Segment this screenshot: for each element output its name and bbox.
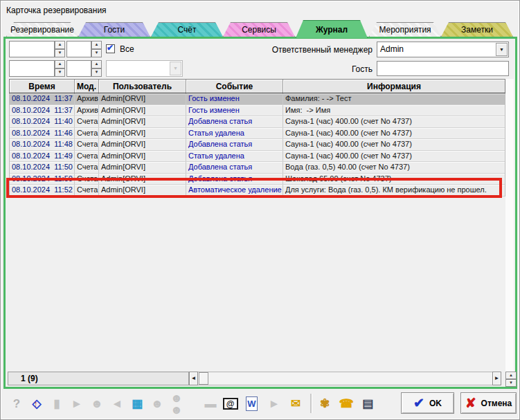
spin-up-icon[interactable]: ▲ — [55, 41, 65, 49]
column-header[interactable]: Время — [10, 80, 75, 93]
all-checkbox-label: Все — [120, 44, 134, 54]
cell-time: 08.10.2024 11:49 — [10, 151, 75, 162]
column-header[interactable]: Информация — [283, 80, 505, 93]
toolbar-separator — [310, 394, 312, 413]
cell-time: 08.10.2024 11:37 — [10, 93, 75, 104]
all-checkbox[interactable]: ✔ — [106, 44, 115, 53]
cell-mod: Счета — [75, 162, 99, 173]
spin-up-icon[interactable]: ▲ — [91, 60, 102, 69]
cell-event: Статья удалена — [186, 128, 283, 139]
cell-time: 08.10.2024 11:50 — [10, 174, 75, 185]
telephone-button[interactable]: ☎ — [335, 392, 355, 415]
spin-down-icon[interactable]: ▼ — [55, 49, 65, 57]
tab-journal[interactable]: Журнал — [296, 20, 368, 38]
help-button: ? — [6, 392, 26, 415]
filter-spin-field[interactable] — [9, 41, 55, 57]
checkin-arrow-button[interactable]: ◇↑ — [26, 392, 46, 415]
table-row[interactable]: 08.10.2024 11:50СчетаAdmin[ORVI]Добавлен… — [10, 162, 505, 174]
column-header[interactable]: Событие — [186, 80, 283, 93]
table-row[interactable]: 08.10.2024 11:50СчетаAdmin[ORVI]Добавлен… — [10, 174, 505, 185]
cancel-label: Отмена — [481, 399, 512, 408]
tab-guests[interactable]: Гости — [78, 22, 150, 37]
manager-select[interactable]: Admin ▼ — [377, 42, 509, 57]
cell-user: Admin[ORVI] — [99, 105, 186, 116]
spin-down-icon[interactable]: ▼ — [55, 69, 65, 77]
spinner-buttons[interactable]: ▲▼ — [55, 60, 65, 77]
cancel-button[interactable]: ✘ Отмена — [460, 392, 517, 414]
table-row[interactable]: 08.10.2024 11:49СчетаAdmin[ORVI]Статья у… — [10, 151, 505, 163]
guest-icon: ☻ — [91, 398, 101, 410]
calculator-button[interactable]: ▦ — [126, 392, 146, 415]
column-header[interactable]: Пользователь — [99, 80, 186, 93]
cell-info: Сауна-1 (час) 400.00 (счет No 4737) — [283, 151, 505, 162]
cell-user: Admin[ORVI] — [99, 116, 186, 127]
scroll-right-icon[interactable]: ► — [492, 372, 501, 385]
manager-label: Ответственный менеджер — [264, 45, 373, 55]
email-at-icon: @ — [223, 398, 238, 410]
vertical-spinner[interactable]: ▲ ▼ — [505, 372, 517, 385]
cell-event: Добавлена статья — [186, 174, 283, 185]
cell-info: Фамилия: - -> Тест — [283, 93, 505, 104]
user-icon: ☻ — [151, 398, 161, 410]
checkin-arrow-icon: ◇↑ — [32, 398, 39, 410]
scrollbar-thumb[interactable] — [199, 372, 208, 385]
spin-up-icon[interactable]: ▲ — [505, 372, 517, 379]
chevron-down-icon[interactable]: ▼ — [496, 43, 508, 56]
close-icon: ✘ — [465, 395, 476, 411]
cell-user: Admin[ORVI] — [99, 174, 186, 185]
horizontal-scrollbar[interactable] — [189, 372, 501, 385]
filter-spin-field[interactable] — [9, 60, 55, 77]
cell-event: Добавлена статья — [186, 139, 283, 150]
journal-table-header: ВремяМод.ПользовательСобытиеИнформация — [9, 79, 505, 93]
spin-up-icon[interactable]: ▲ — [91, 41, 102, 49]
spin-up-icon[interactable]: ▲ — [55, 60, 65, 69]
cell-info: Имя: -> Имя — [283, 105, 505, 116]
filter-spin-field[interactable] — [66, 41, 91, 57]
tab-reservation[interactable]: Резервирование — [6, 22, 78, 37]
spinner-buttons[interactable]: ▲▼ — [91, 60, 102, 77]
tab-notes[interactable]: Заметки — [441, 22, 513, 37]
spinner-buttons[interactable]: ▲▼ — [91, 41, 102, 57]
vertical-scrollbar-track[interactable] — [505, 79, 514, 372]
cell-info: Сауна-1 (час) 400.00 (счет No 4737) — [283, 128, 505, 139]
table-row[interactable]: 08.10.2024 11:46СчетаAdmin[ORVI]Статья у… — [10, 128, 505, 140]
calculator-icon: ▦ — [132, 398, 141, 410]
filter-spin-field[interactable] — [66, 60, 91, 77]
cell-mod: Счета — [75, 174, 99, 185]
email-at-button[interactable]: @ — [220, 392, 240, 415]
table-row[interactable]: 08.10.2024 11:40СчетаAdmin[ORVI]Добавлен… — [10, 116, 505, 128]
check-icon: ✔ — [413, 395, 424, 411]
table-row[interactable]: 08.10.2024 11:37АрхивAdmin[ORVI]Гость из… — [10, 105, 505, 117]
spin-down-icon[interactable]: ▼ — [91, 49, 102, 57]
cell-event: Гость изменен — [186, 93, 283, 104]
table-row[interactable]: 08.10.2024 11:48СчетаAdmin[ORVI]Добавлен… — [10, 139, 505, 151]
reservation-card-window: Карточка резервирования ✔ Все ▼ Ответств… — [0, 0, 520, 420]
column-header[interactable]: Мод. — [75, 80, 99, 93]
cell-time: 08.10.2024 11:52 — [10, 185, 75, 196]
word-export-button[interactable]: W — [242, 392, 262, 415]
spinner-buttons[interactable]: ▲▼ — [55, 41, 65, 57]
cell-mod: Счета — [75, 139, 99, 150]
cell-mod: Счета — [75, 116, 99, 127]
manager-value: Admin — [380, 44, 404, 54]
tab-events[interactable]: Мероприятия — [369, 22, 441, 37]
cell-mod: Счета — [75, 151, 99, 162]
table-row[interactable]: 08.10.2024 11:37АрхивAdmin[ORVI]Гость из… — [10, 93, 505, 105]
scroll-left-icon[interactable]: ◄ — [189, 372, 198, 385]
guest-input[interactable] — [377, 61, 509, 76]
mail-envelope-icon: ✉ — [291, 398, 298, 410]
mail-envelope-button[interactable]: ✉ — [285, 392, 305, 415]
chevron-down-icon: ▼ — [170, 62, 181, 75]
spin-down-icon[interactable]: ▼ — [505, 379, 517, 387]
cell-time: 08.10.2024 11:40 — [10, 116, 75, 127]
cell-mod: Архив — [75, 105, 99, 116]
table-row[interactable]: 08.10.2024 11:52СчетаAdmin[ORVI]Автомати… — [10, 185, 505, 197]
transfer-button: ► — [263, 392, 283, 415]
printer-button[interactable]: ▤ — [357, 392, 377, 415]
palette-button[interactable]: ✾ — [314, 392, 334, 415]
ok-button[interactable]: ✔ OK — [401, 392, 454, 414]
tab-account[interactable]: Счёт — [151, 22, 223, 37]
tab-services[interactable]: Сервисы — [223, 22, 295, 37]
spin-down-icon[interactable]: ▼ — [91, 69, 102, 77]
cell-mod: Архив — [75, 93, 99, 104]
